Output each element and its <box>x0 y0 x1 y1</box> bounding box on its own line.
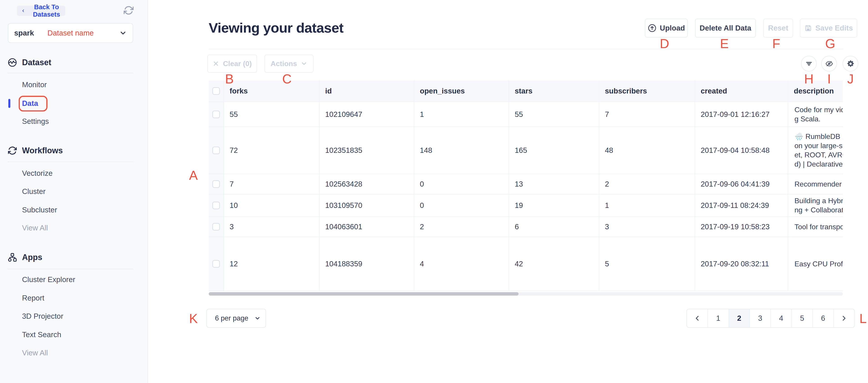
pagination-page-2[interactable]: 2 <box>728 309 749 327</box>
cell-open_issues: 148 <box>414 127 509 174</box>
pagination-page-3[interactable]: 3 <box>749 309 770 327</box>
table-row: 72102351835148165482017-09-04 10:58:48🌧️… <box>209 127 843 174</box>
cell-description: Building a Hybridng + Collaborativ <box>788 194 843 217</box>
column-header-forks: forks <box>224 81 319 102</box>
pagination-prev-button[interactable] <box>687 309 708 327</box>
row-checkbox[interactable] <box>212 202 220 209</box>
row-checkbox-cell <box>209 102 224 127</box>
row-checkbox-cell <box>209 194 224 217</box>
cell-stars: 6 <box>509 217 599 237</box>
sidebar: Back To Datasets spark Dataset name Data… <box>0 0 148 383</box>
annotation-letter-I: I <box>827 71 831 86</box>
table-row: 5510210964715572017-09-01 12:16:27Code f… <box>209 102 843 127</box>
clear-selection-button[interactable]: Clear (0) <box>207 55 257 73</box>
per-page-select[interactable]: 6 per page <box>207 309 266 328</box>
description-line: Tool for transport <box>795 222 843 231</box>
clear-label: Clear (0) <box>223 60 252 68</box>
gear-button[interactable] <box>843 56 858 71</box>
column-header-created: created <box>695 81 788 102</box>
column-header-id: id <box>319 81 414 102</box>
cell-description: 🌧️ RumbleDB 1.17.0on your large-scaet, R… <box>788 127 843 174</box>
actions-dropdown-button[interactable]: Actions <box>265 55 313 73</box>
filter-button[interactable] <box>801 56 817 71</box>
reset-button[interactable]: Reset <box>763 19 793 37</box>
cell-id: 104063601 <box>319 217 414 237</box>
sidebar-item-view-all[interactable]: View All <box>22 347 48 359</box>
sidebar-item-cluster-explorer[interactable]: Cluster Explorer <box>22 274 75 285</box>
annotation-letter-H: H <box>804 71 813 86</box>
annotation-letter-L: L <box>860 311 867 326</box>
refresh-icon[interactable] <box>124 5 133 15</box>
cell-open_issues: 1 <box>414 102 509 127</box>
cell-forks: 55 <box>224 102 319 127</box>
row-checkbox[interactable] <box>212 260 220 268</box>
horizontal-scrollbar-thumb[interactable] <box>209 292 519 295</box>
chevron-left-icon <box>694 315 701 322</box>
description-line: Easy CPU Profiling <box>795 259 843 268</box>
select-all-checkbox[interactable] <box>212 87 220 95</box>
chevron-down-icon <box>119 29 127 37</box>
sidebar-item-settings[interactable]: Settings <box>22 116 49 127</box>
sidebar-item-subcluster[interactable]: Subcluster <box>22 204 57 216</box>
row-checkbox[interactable] <box>212 147 220 154</box>
annotation-letter-E: E <box>720 36 729 51</box>
sidebar-divider <box>7 73 133 73</box>
cell-created: 2017-09-20 08:32:11 <box>695 237 788 291</box>
save-edits-button[interactable]: Save Edits <box>800 19 857 37</box>
annotation-letter-F: F <box>772 36 780 51</box>
description-line: Building a Hybrid <box>795 196 843 205</box>
sidebar-item-cluster[interactable]: Cluster <box>22 186 45 197</box>
pagination-page-5[interactable]: 5 <box>791 309 812 327</box>
description-line: d) | Declarative M <box>795 160 843 169</box>
pagination-page-1[interactable]: 1 <box>708 309 728 327</box>
button-label: Save Edits <box>815 24 853 32</box>
chevron-right-icon <box>841 315 847 322</box>
sidebar-divider <box>7 162 133 162</box>
sidebar-item-report[interactable]: Report <box>22 292 44 304</box>
pagination-page-4[interactable]: 4 <box>770 309 791 327</box>
cell-description: Code for my videog Scala. <box>788 102 843 127</box>
table-row: 1210418835944252017-09-20 08:32:11Easy C… <box>209 237 843 291</box>
eye-off-button[interactable] <box>821 56 837 71</box>
cell-open_issues: 0 <box>414 174 509 194</box>
row-checkbox[interactable] <box>212 180 220 188</box>
cell-subscribers: 2 <box>599 174 695 194</box>
cell-created: 2017-09-11 08:24:39 <box>695 194 788 217</box>
sidebar-section-header-workflows: Workflows <box>0 145 148 156</box>
sidebar-section-label: Dataset <box>22 58 51 67</box>
sidebar-section-header-apps: Apps <box>0 252 148 263</box>
cell-subscribers: 48 <box>599 127 695 174</box>
pagination-next-button[interactable] <box>833 309 854 327</box>
dataset-selector[interactable]: spark Dataset name <box>8 23 133 43</box>
sidebar-item-text-search[interactable]: Text Search <box>22 329 61 341</box>
filter-icon <box>805 60 813 68</box>
row-checkbox[interactable] <box>212 110 220 118</box>
select-all-header-cell <box>209 81 224 102</box>
cell-forks: 3 <box>224 217 319 237</box>
delete-all-data-button[interactable]: Delete All Data <box>695 19 756 37</box>
sidebar-item-vectorize[interactable]: Vectorize <box>22 167 53 179</box>
column-header-description: description <box>788 81 843 102</box>
cell-description: Tool for transport <box>788 217 843 237</box>
description-line: Code for my video <box>795 105 843 115</box>
pagination-page-6[interactable]: 6 <box>812 309 833 327</box>
button-label: Delete All Data <box>700 24 751 32</box>
sidebar-item-view-all[interactable]: View All <box>22 222 48 234</box>
annotation-letter-G: G <box>825 36 835 51</box>
column-header-stars: stars <box>509 81 599 102</box>
description-line: ng + Collaborativ <box>795 205 843 215</box>
eye-off-icon <box>825 60 833 68</box>
cell-stars: 19 <box>509 194 599 217</box>
sidebar-item-monitor[interactable]: Monitor <box>22 79 47 91</box>
cell-stars: 13 <box>509 174 599 194</box>
sidebar-item-3d-projector[interactable]: 3D Projector <box>22 310 63 322</box>
back-to-datasets-button[interactable]: Back To Datasets <box>17 6 65 16</box>
upload-button[interactable]: Upload <box>645 19 688 37</box>
row-checkbox[interactable] <box>212 223 220 231</box>
cell-description: Recommender Sys <box>788 174 843 194</box>
cell-id: 102351835 <box>319 127 414 174</box>
annotation-letter-D: D <box>660 36 669 51</box>
cell-id: 102109647 <box>319 102 414 127</box>
row-checkbox-cell <box>209 237 224 291</box>
row-checkbox-cell <box>209 174 224 194</box>
